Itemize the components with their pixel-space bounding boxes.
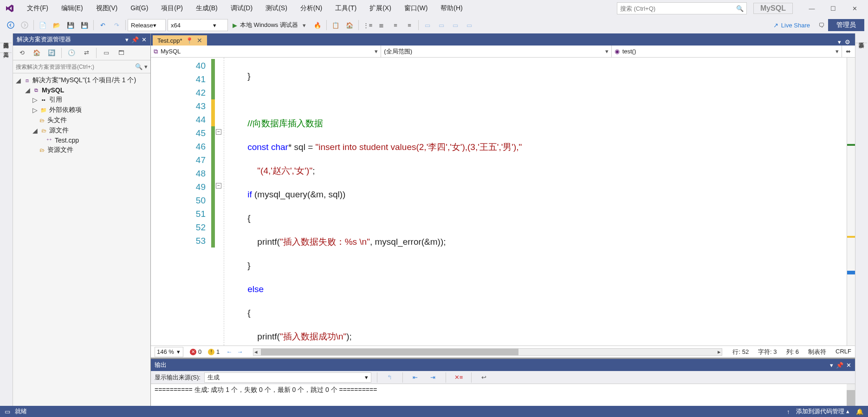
panel-close-icon[interactable]: ✕ xyxy=(142,36,147,43)
warning-count[interactable]: !1 xyxy=(208,348,220,355)
tab-dropdown-icon[interactable]: ▾ xyxy=(838,39,841,46)
references-node[interactable]: ▷ ▪▪ 引用 xyxy=(13,95,150,105)
external-deps-node[interactable]: ▷ 📁 外部依赖项 xyxy=(13,105,150,115)
output-wrap-icon[interactable]: ↩ xyxy=(478,371,491,384)
search-dropdown-icon[interactable]: ▾ xyxy=(144,63,148,70)
scm-button[interactable]: 添加到源代码管理 ▴ xyxy=(796,407,849,416)
se-back-icon[interactable]: ⟲ xyxy=(15,46,28,59)
redo-button[interactable]: ↷ xyxy=(110,19,123,32)
menu-project[interactable]: 项目(P) xyxy=(155,2,189,14)
editor-settings-icon[interactable]: ⚙ xyxy=(845,39,850,46)
tab-pin-icon[interactable]: 📍 xyxy=(186,37,193,44)
source-file-node[interactable]: ⁺⁺ Test.cpp xyxy=(13,136,150,145)
menu-build[interactable]: 生成(B) xyxy=(189,2,224,14)
indent-mode[interactable]: 制表符 xyxy=(808,348,826,356)
solution-search-input[interactable] xyxy=(16,64,135,70)
se-home-icon[interactable]: 🏠 xyxy=(30,46,43,59)
menu-tools[interactable]: 工具(T) xyxy=(329,2,363,14)
nav-back-button[interactable] xyxy=(4,19,17,32)
undo-button[interactable]: ↶ xyxy=(96,19,109,32)
tb-icon-3[interactable]: ⋮≡ xyxy=(361,19,374,32)
config-select[interactable]: Release▾ xyxy=(128,19,166,31)
error-count[interactable]: ✕0 xyxy=(190,348,201,355)
source-node[interactable]: ◢ 🗁 源文件 xyxy=(13,125,150,136)
output-dropdown-icon[interactable]: ▾ xyxy=(830,362,833,369)
tb-icon-6[interactable]: ≡ xyxy=(403,19,416,32)
menu-edit[interactable]: 编辑(E) xyxy=(55,2,90,14)
feedback-icon[interactable]: 🗨 xyxy=(818,22,824,29)
output-indent2-icon[interactable]: ⇥ xyxy=(427,371,440,384)
save-button[interactable]: 💾 xyxy=(64,19,77,32)
output-close-icon[interactable]: ✕ xyxy=(846,362,851,369)
solution-root[interactable]: ◢ ⧈ 解决方案"MySQL"(1 个项目/共 1 个) xyxy=(13,75,150,85)
server-explorer-tab[interactable]: 服务器浏览器 xyxy=(0,33,12,43)
tab-close-icon[interactable]: ✕ xyxy=(197,37,202,44)
nav-next-icon[interactable]: → xyxy=(237,348,243,355)
menu-view[interactable]: 视图(V) xyxy=(90,2,124,14)
overview-ruler[interactable] xyxy=(847,58,855,345)
menu-debug[interactable]: 调试(D) xyxy=(224,2,259,14)
hot-reload-button[interactable]: 🔥 xyxy=(311,19,324,32)
diagnostics-tab[interactable]: 诊断工具 xyxy=(855,33,867,43)
output-prev-icon[interactable]: ↰ xyxy=(383,371,396,384)
headers-node[interactable]: 🗁 头文件 xyxy=(13,115,150,125)
zoom-select[interactable]: 146 %▾ xyxy=(155,347,183,357)
code-editor[interactable]: 404142 434445 464748 495051 5253 − − } /… xyxy=(151,58,855,345)
nav-project-select[interactable]: ⧉ MySQL ▾ xyxy=(151,46,381,57)
close-button[interactable]: ✕ xyxy=(844,1,865,15)
nav-member-select[interactable]: ◉ test() ▾ xyxy=(612,46,842,57)
tb-icon-1[interactable]: 📋 xyxy=(329,19,342,32)
tb-icon-5[interactable]: ≡ xyxy=(389,19,402,32)
fold-box-icon[interactable]: − xyxy=(216,129,221,135)
nav-forward-button[interactable] xyxy=(18,19,31,32)
nav-scope-select[interactable]: (全局范围) ▾ xyxy=(381,46,611,57)
tb-icon-10[interactable]: ▭ xyxy=(463,19,476,32)
resources-node[interactable]: 🗁 资源文件 xyxy=(13,145,150,155)
se-showall-icon[interactable]: ▭ xyxy=(100,46,113,59)
save-all-button[interactable]: 💾 xyxy=(78,19,91,32)
se-pending-icon[interactable]: 🕒 xyxy=(65,46,78,59)
tb-icon-9[interactable]: ▭ xyxy=(449,19,462,32)
output-pin-icon[interactable]: 📌 xyxy=(836,362,843,369)
fold-box-icon[interactable]: − xyxy=(216,183,221,189)
menu-file[interactable]: 文件(F) xyxy=(20,2,55,14)
toolbox-tab[interactable]: 工具箱 xyxy=(0,43,12,53)
se-properties-icon[interactable]: 🗔 xyxy=(115,46,128,59)
notifications-icon[interactable]: 🔔 xyxy=(856,408,863,415)
output-clear-icon[interactable]: ✕≡ xyxy=(452,371,465,384)
open-button[interactable]: 📂 xyxy=(50,19,63,32)
menu-analyze[interactable]: 分析(N) xyxy=(294,2,329,14)
platform-select[interactable]: x64▾ xyxy=(168,19,228,31)
start-debug-button[interactable]: ▶ 本地 Windows 调试器 ▾ xyxy=(228,19,311,32)
split-button[interactable]: ⬌ xyxy=(842,46,855,57)
editor-hscrollbar[interactable]: ◂ ▸ xyxy=(253,348,722,356)
panel-pin-icon[interactable]: 📌 xyxy=(131,36,139,43)
maximize-button[interactable]: ☐ xyxy=(823,1,844,15)
code-lines[interactable]: } //向数据库插入数据 const char* sql = "insert i… xyxy=(224,58,847,345)
tb-icon-8[interactable]: ▭ xyxy=(435,19,448,32)
tb-icon-7[interactable]: ▭ xyxy=(421,19,434,32)
nav-prev-icon[interactable]: ← xyxy=(226,348,232,355)
menu-window[interactable]: 窗口(W) xyxy=(398,2,434,14)
tb-icon-4[interactable]: ≣ xyxy=(375,19,388,32)
tb-icon-2[interactable]: 🏠 xyxy=(343,19,356,32)
eol-mode[interactable]: CRLF xyxy=(836,348,851,356)
menu-test[interactable]: 测试(S) xyxy=(259,2,294,14)
output-source-select[interactable]: 生成▾ xyxy=(204,372,371,383)
se-sync-icon[interactable]: 🔄 xyxy=(45,46,58,59)
liveshare-button[interactable]: ↗ Live Share xyxy=(769,22,815,29)
se-switch-icon[interactable]: ⇄ xyxy=(80,46,93,59)
menu-help[interactable]: 帮助(H) xyxy=(434,2,469,14)
solution-search[interactable]: 🔍 ▾ xyxy=(13,60,150,73)
file-tab-test-cpp[interactable]: Test.cpp* 📍 ✕ xyxy=(153,35,207,46)
quick-search-input[interactable] xyxy=(620,5,736,12)
menu-git[interactable]: Git(G) xyxy=(124,2,155,14)
new-project-button[interactable]: 📄 xyxy=(36,19,49,32)
quick-search[interactable]: 🔍 xyxy=(617,2,747,14)
minimize-button[interactable]: — xyxy=(801,1,823,15)
output-indent-icon[interactable]: ⇤ xyxy=(409,371,422,384)
menu-extensions[interactable]: 扩展(X) xyxy=(363,2,398,14)
panel-dropdown-icon[interactable]: ▾ xyxy=(125,36,129,43)
fold-column[interactable]: − − xyxy=(215,58,224,345)
project-node[interactable]: ◢ ⧉ MySQL xyxy=(13,85,150,95)
